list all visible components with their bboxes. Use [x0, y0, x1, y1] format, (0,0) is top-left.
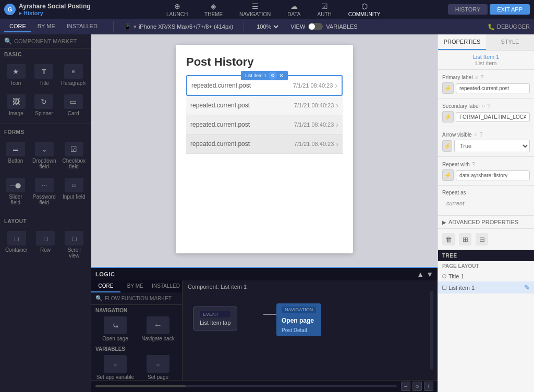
tree-item-list-item1[interactable]: List item 1 ✎ [438, 281, 534, 293]
list-item-row-3[interactable]: repeated.current.post 7/1/21 08:40:23 › [186, 134, 343, 154]
tree-item-title1[interactable]: Title 1 [438, 271, 534, 281]
nav-navigation[interactable]: ☰ NAVIGATION [231, 0, 279, 19]
repeat-with-input-row: ⚡ [442, 169, 530, 181]
list-item-row-0[interactable]: List item 1 ⚙ ✕ repeated.current.post 7/… [186, 75, 343, 96]
open-page-component[interactable]: ⤿ Open page [95, 316, 135, 341]
container-component[interactable]: ⬚ Container [3, 228, 30, 262]
primary-label-info-icon[interactable]: ○ [475, 74, 478, 80]
device-selector[interactable]: 📱 ▾ iPhone XR/XS Max/6+/7+/8+ (414px) [124, 23, 233, 30]
zoom-reset-button[interactable]: ○ [412, 382, 422, 391]
slider-component[interactable]: —⬤ Slider field [3, 175, 28, 209]
forms-components: ▬ Button ⌄ Dropdown field ☑ Checkbox fie… [0, 137, 91, 211]
logic-scrollbar-h[interactable] [95, 385, 397, 387]
logic-header: LOGIC ▲ ▼ [91, 268, 438, 280]
logic-tab-installed[interactable]: INSTALLED [150, 280, 182, 292]
image-component[interactable]: 🖼 Image [3, 91, 29, 119]
nav-auth[interactable]: ☑ AUTH [309, 0, 340, 19]
tab-properties[interactable]: PROPERTIES [438, 34, 486, 50]
secondary-label-help-icon[interactable]: ? [487, 103, 490, 109]
row-component[interactable]: ⬚ Row [32, 228, 58, 262]
arrow-visible-select[interactable]: True False [454, 140, 530, 152]
repeat-with-function-icon[interactable]: ⚡ [442, 169, 454, 181]
flow-nav-node[interactable]: NAVIGATION Open page Post Detail [276, 303, 321, 336]
tree-item-edit-icon[interactable]: ✎ [524, 284, 530, 291]
title-component[interactable]: T Title [31, 61, 57, 89]
set-page-var-component[interactable]: ≡ Set page variable [138, 355, 178, 380]
copy-action-icon[interactable]: ⊞ [459, 233, 471, 246]
icon-component[interactable]: ★ Icon [3, 61, 29, 89]
secondary-label-function-icon[interactable]: ⚡ [442, 111, 454, 123]
list-item-row-1[interactable]: repeated.current.post 7/1/21 08:40:23 › [186, 96, 343, 115]
debugger-button[interactable]: 🐛 DEBUGGER [488, 23, 530, 30]
app-breadcrumb[interactable]: ▸ History [19, 10, 91, 17]
badge-settings-icon[interactable]: ⚙ [269, 71, 277, 80]
nav-items: ⊕ LAUNCH ◈ THEME ☰ NAVIGATION ☁ DATA ☑ A… [99, 0, 448, 19]
arrow-visible-info-icon[interactable]: ○ [474, 131, 478, 138]
logic-canvas: Component: List item 1 EVENT List item t… [183, 280, 438, 380]
view-label: VIEW [290, 23, 305, 30]
primary-label-function-icon[interactable]: ⚡ [442, 82, 454, 94]
dropdown-component[interactable]: ⌄ Dropdown field [30, 139, 58, 173]
paragraph-component[interactable]: ≡ Paragraph [59, 61, 88, 89]
breadcrumb-list-item-1[interactable]: List Item 1 [473, 54, 500, 60]
secondary-label-info-icon[interactable]: ○ [482, 103, 486, 109]
arrow-visible-section: Arrow visible ○ ? ⚡ True False [438, 127, 534, 157]
card-component[interactable]: ▭ Card [59, 91, 88, 119]
search-bar: 🔍 [0, 34, 91, 48]
page-layout-label: PAGE LAYOUT [438, 261, 534, 271]
primary-label-help-icon[interactable]: ? [480, 74, 483, 80]
flow-event-node[interactable]: EVENT List item tap [193, 307, 237, 330]
nav-data[interactable]: ☁ DATA [279, 0, 309, 19]
primary-label-input[interactable] [456, 83, 530, 93]
logic-expand-button[interactable]: ▼ [426, 270, 433, 278]
arrow-visible-function-icon[interactable]: ⚡ [442, 140, 452, 152]
delete-action-icon[interactable]: 🗑 [442, 233, 455, 246]
logic-collapse-button[interactable]: ▲ [417, 270, 424, 278]
view-toggle-switch[interactable] [308, 23, 323, 30]
paste-action-icon[interactable]: ⊟ [476, 233, 488, 246]
repeat-with-help-icon[interactable]: ? [472, 161, 475, 167]
tab-by-me[interactable]: BY ME [32, 21, 60, 32]
nav-launch[interactable]: ⊕ LAUNCH [158, 0, 196, 19]
password-component[interactable]: ⋯ Password field [30, 175, 58, 209]
password-comp-icon: ⋯ [35, 178, 54, 192]
logic-search-input[interactable] [105, 296, 178, 301]
logic-sidebar: CORE BY ME INSTALLED 🔍 NAVIGATION ⤿ Open… [91, 280, 183, 380]
zoom-out-button[interactable]: − [401, 382, 410, 391]
scroll-component[interactable]: ⬚ Scroll view [61, 228, 88, 262]
badge-close-icon[interactable]: ✕ [279, 72, 284, 79]
layout-components: ⬚ Container ⬚ Row ⬚ Scroll view [0, 226, 91, 264]
logic-tab-core[interactable]: CORE [91, 280, 120, 292]
repeat-with-input[interactable] [456, 170, 530, 180]
list-item-row-2[interactable]: repeated.current.post 7/1/21 08:40:23 › [186, 115, 343, 134]
zoom-in-button[interactable]: + [424, 382, 433, 391]
arrow-visible-help-icon[interactable]: ? [479, 131, 482, 138]
checkbox-component[interactable]: ☑ Checkbox field [60, 139, 88, 173]
exit-app-button[interactable]: EXIT APP [490, 4, 530, 15]
zoom-select[interactable]: 100% [254, 23, 280, 30]
nav-theme[interactable]: ◈ THEME [196, 0, 231, 19]
set-page-var-label: Set page variable [138, 374, 178, 380]
tab-style[interactable]: STYLE [486, 34, 534, 50]
tab-installed[interactable]: INSTALLED [62, 21, 103, 32]
slider-comp-icon: —⬤ [6, 178, 25, 192]
logic-canvas-scrollbar[interactable] [430, 291, 433, 370]
nav-community[interactable]: ⬡ COMMUNITY [340, 0, 389, 19]
set-app-var-component[interactable]: ≡ Set app variable [95, 355, 135, 380]
advanced-properties-toggle[interactable]: ▶ ADVANCED PROPERTIES [438, 216, 534, 229]
navigate-back-component[interactable]: ← Navigate back [138, 316, 178, 341]
history-button[interactable]: HISTORY [448, 4, 488, 15]
input-component[interactable]: ▭ Input field [60, 175, 88, 209]
device-name: iPhone XR/XS Max/6+/7+/8+ (414px) [139, 23, 233, 30]
repeat-as-value: current [442, 198, 530, 211]
breadcrumb-nav: List Item 1 List item [438, 51, 534, 70]
logic-area: LOGIC ▲ ▼ CORE BY ME INSTALLED 🔍 [91, 267, 438, 392]
set-app-var-label: Set app variable [96, 374, 134, 380]
search-input[interactable] [14, 38, 87, 44]
tab-core[interactable]: CORE [4, 21, 31, 32]
secondary-label-input[interactable] [456, 112, 530, 122]
debugger-label: DEBUGGER [497, 23, 530, 30]
logic-tab-by-me[interactable]: BY ME [120, 280, 150, 292]
button-component[interactable]: ▬ Button [3, 139, 28, 173]
spinner-component[interactable]: ↻ Spinner [31, 91, 57, 119]
